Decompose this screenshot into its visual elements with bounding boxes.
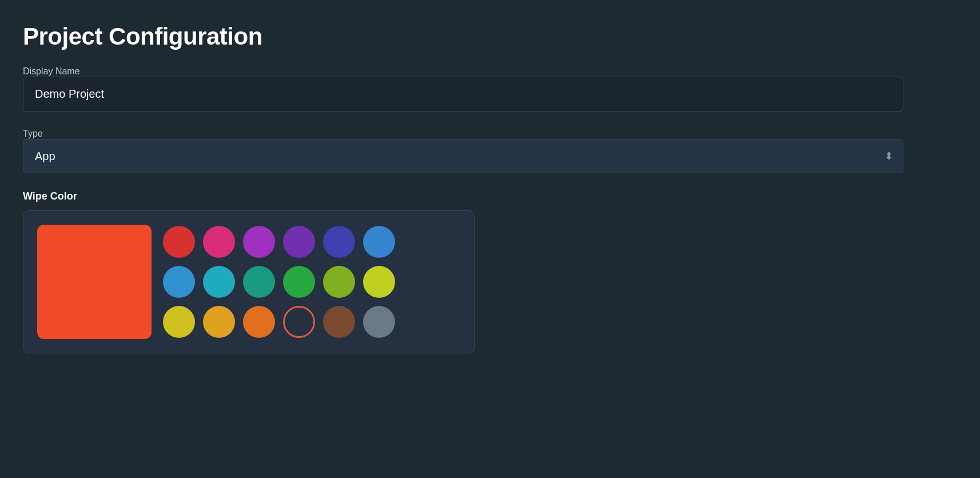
- color-swatch-cyan[interactable]: [203, 266, 235, 298]
- color-swatch-blue[interactable]: [363, 226, 395, 258]
- color-swatch-brown[interactable]: [323, 306, 355, 338]
- color-preview: [37, 225, 152, 339]
- wipe-color-label: Wipe Color: [23, 190, 957, 202]
- color-swatch-empty[interactable]: [283, 306, 315, 338]
- color-swatch-teal[interactable]: [243, 266, 275, 298]
- color-swatch-yellow-green[interactable]: [323, 266, 355, 298]
- display-name-label: Display Name: [23, 66, 80, 76]
- wipe-color-section: Wipe Color: [23, 190, 957, 353]
- color-swatch-lime[interactable]: [363, 266, 395, 298]
- type-label: Type: [23, 129, 43, 138]
- page-title: Project Configuration: [23, 23, 957, 50]
- display-name-input[interactable]: [23, 77, 903, 111]
- color-picker-container: [23, 210, 475, 353]
- color-swatch-red[interactable]: [163, 226, 195, 258]
- color-swatch-purple[interactable]: [283, 226, 315, 258]
- color-swatch-amber[interactable]: [203, 306, 235, 338]
- color-swatch-slate[interactable]: [363, 306, 395, 338]
- color-swatch-orange[interactable]: [243, 306, 275, 338]
- color-swatch-purple-magenta[interactable]: [243, 226, 275, 258]
- color-swatch-yellow[interactable]: [163, 306, 195, 338]
- color-swatch-indigo[interactable]: [323, 226, 355, 258]
- color-grid: [163, 226, 395, 338]
- color-swatch-green[interactable]: [283, 266, 315, 298]
- type-select-wrapper: App Library Service Component ⬍: [23, 139, 903, 173]
- color-swatch-sky-blue[interactable]: [163, 266, 195, 298]
- color-swatch-hot-pink[interactable]: [203, 226, 235, 258]
- type-select[interactable]: App Library Service Component: [23, 139, 903, 173]
